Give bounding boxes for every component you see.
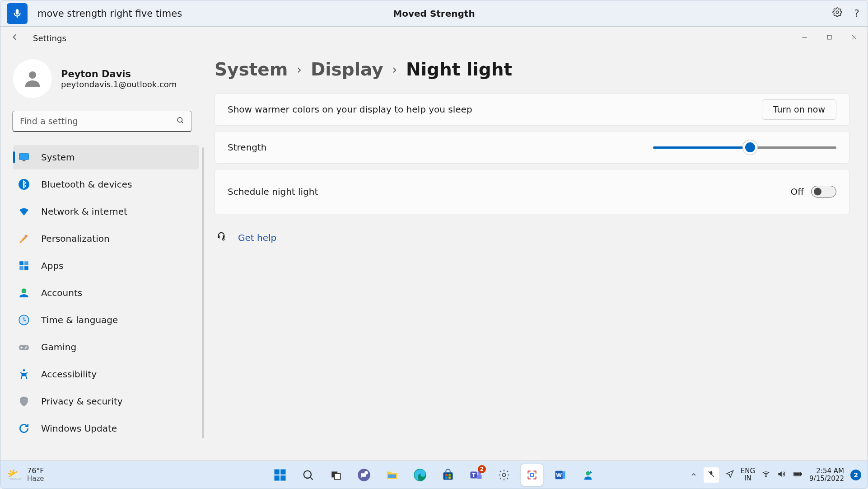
sidebar-item-windows-update[interactable]: Windows Update — [13, 416, 199, 441]
scrollbar[interactable] — [202, 147, 204, 438]
close-button[interactable] — [851, 34, 858, 42]
night-light-description-card: Show warmer colors on your display to he… — [215, 93, 849, 126]
user-account-block[interactable]: Peyton Davis peytondavis.1@outlook.com — [0, 59, 204, 98]
language-indicator[interactable]: ENG IN — [741, 468, 755, 482]
sidebar-item-label: Network & internet — [41, 206, 127, 217]
svg-rect-40 — [477, 474, 482, 479]
person-icon — [18, 287, 30, 299]
schedule-toggle[interactable] — [811, 186, 836, 197]
gear-icon[interactable] — [832, 7, 842, 19]
svg-rect-27 — [335, 473, 341, 479]
paintbrush-icon — [18, 232, 30, 245]
svg-point-14 — [22, 288, 27, 293]
sidebar-item-label: Apps — [41, 260, 64, 271]
get-help-row[interactable]: Get help — [216, 231, 849, 244]
turn-on-now-button[interactable]: Turn on now — [762, 99, 836, 120]
task-view-button[interactable] — [325, 464, 347, 486]
word-button[interactable]: W — [549, 464, 571, 486]
svg-rect-21 — [280, 469, 285, 474]
search-icon[interactable] — [176, 116, 184, 126]
get-help-link[interactable]: Get help — [238, 232, 276, 243]
sidebar-item-accounts[interactable]: Accounts — [13, 281, 199, 305]
wifi-icon — [18, 205, 30, 218]
accessibility-icon — [18, 368, 30, 381]
svg-rect-36 — [448, 476, 451, 479]
night-light-description: Show warmer colors on your display to he… — [228, 104, 762, 115]
snipping-tool-button[interactable] — [521, 464, 543, 486]
edge-button[interactable] — [409, 464, 431, 486]
voice-status-title: Moved Strength — [393, 8, 475, 19]
store-button[interactable] — [437, 464, 459, 486]
svg-rect-12 — [19, 266, 23, 270]
sidebar-item-time-language[interactable]: Time & language — [13, 308, 199, 332]
svg-rect-20 — [275, 469, 280, 474]
notifications-badge[interactable]: 2 — [850, 470, 861, 480]
settings-app-button[interactable] — [493, 464, 515, 486]
svg-point-17 — [25, 348, 26, 349]
teams-button[interactable]: T 2 — [465, 464, 487, 486]
title-bar: Settings — [0, 27, 868, 49]
help-icon[interactable]: ? — [854, 8, 859, 19]
search-input[interactable] — [20, 116, 176, 126]
sidebar-item-personalization[interactable]: Personalization — [13, 226, 199, 251]
svg-point-16 — [26, 347, 27, 348]
breadcrumb-display[interactable]: Display — [311, 59, 383, 80]
breadcrumb-system[interactable]: System — [215, 59, 288, 80]
clock[interactable]: 2:54 AM 9/15/2022 — [809, 467, 844, 482]
sidebar-item-bluetooth[interactable]: Bluetooth & devices — [13, 172, 199, 197]
taskbar-search-button[interactable] — [297, 464, 319, 486]
sidebar-item-gaming[interactable]: Gaming — [13, 335, 199, 359]
weather-widget[interactable]: ⛅ 76°F Haze — [7, 467, 44, 482]
back-button[interactable] — [10, 33, 19, 43]
mic-muted-icon[interactable] — [704, 467, 719, 483]
svg-rect-44 — [563, 471, 565, 478]
svg-point-47 — [765, 475, 766, 476]
strength-slider[interactable] — [653, 146, 836, 149]
wifi-tray-icon[interactable] — [761, 470, 770, 480]
sidebar-item-label: Windows Update — [41, 423, 117, 434]
svg-line-25 — [310, 477, 313, 480]
file-explorer-button[interactable] — [381, 464, 403, 486]
svg-rect-35 — [445, 476, 448, 479]
svg-rect-11 — [24, 261, 28, 265]
breadcrumb: System › Display › Night light — [215, 59, 849, 80]
sidebar-item-system[interactable]: System — [13, 145, 199, 169]
minimize-button[interactable] — [801, 34, 808, 42]
svg-point-3 — [29, 71, 36, 79]
weather-temp: 76°F — [27, 467, 44, 475]
volume-tray-icon[interactable] — [777, 470, 786, 480]
tray-overflow-button[interactable] — [690, 470, 697, 480]
schedule-label: Schedule night light — [228, 186, 790, 197]
svg-point-4 — [177, 118, 182, 122]
sidebar-item-label: System — [41, 152, 75, 163]
schedule-night-light-card[interactable]: Schedule night light Off — [215, 169, 849, 214]
voice-access-app-button[interactable] — [577, 464, 599, 486]
microphone-icon[interactable] — [7, 3, 28, 24]
svg-rect-10 — [19, 261, 23, 265]
battery-tray-icon[interactable] — [792, 470, 803, 480]
slider-thumb[interactable] — [745, 142, 755, 152]
sidebar-item-apps[interactable]: Apps — [13, 254, 199, 278]
svg-rect-50 — [794, 473, 799, 475]
chat-button[interactable] — [353, 464, 375, 486]
svg-text:W: W — [556, 472, 562, 478]
strength-card: Strength — [215, 131, 849, 164]
chevron-right-icon: › — [392, 63, 397, 76]
start-button[interactable] — [269, 464, 291, 486]
refresh-icon — [18, 422, 30, 435]
clock-time: 2:54 AM — [816, 467, 844, 475]
svg-rect-2 — [827, 35, 831, 39]
sidebar-item-privacy-security[interactable]: Privacy & security — [13, 389, 199, 414]
search-input-container[interactable] — [12, 111, 192, 132]
svg-rect-23 — [280, 475, 285, 480]
system-tray: ENG IN 2:54 AM 9/15/2022 2 — [690, 467, 861, 483]
location-icon[interactable] — [725, 470, 734, 480]
monitor-icon — [18, 151, 30, 164]
taskbar: ⛅ 76°F Haze T 2 — [0, 461, 868, 489]
sidebar-item-network[interactable]: Network & internet — [13, 199, 199, 224]
sidebar-item-accessibility[interactable]: Accessibility — [13, 362, 199, 386]
sidebar-item-label: Accounts — [41, 287, 82, 298]
maximize-button[interactable] — [826, 34, 833, 42]
language-secondary: IN — [744, 475, 751, 482]
shield-icon — [18, 395, 30, 408]
